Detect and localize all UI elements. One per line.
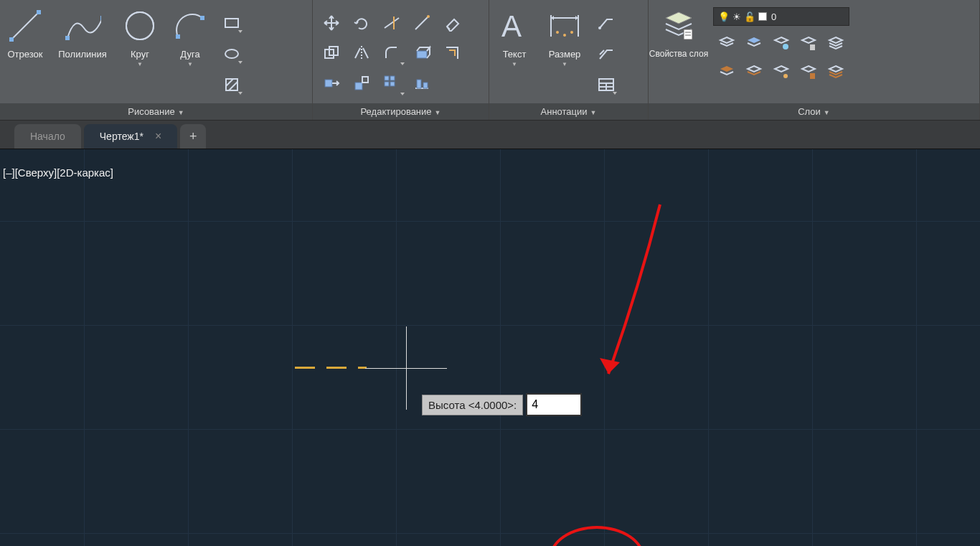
layer-tool-10[interactable] xyxy=(824,59,848,85)
tool-polyline-label: Полилиния xyxy=(58,49,106,60)
svg-point-45 xyxy=(783,44,788,50)
tool-scale[interactable] xyxy=(347,69,376,98)
tool-hatch[interactable] xyxy=(220,72,244,97)
svg-rect-22 xyxy=(355,83,362,90)
layers-icon xyxy=(660,7,697,44)
layer-current-name: 0 xyxy=(771,11,776,22)
svg-rect-29 xyxy=(423,83,428,88)
svg-point-6 xyxy=(126,12,154,39)
tab-bar: Начало Чертеж1* × + xyxy=(0,121,980,149)
tool-stretch[interactable] xyxy=(317,69,346,98)
dash-segment xyxy=(326,367,347,369)
svg-line-14 xyxy=(385,18,399,28)
svg-point-34 xyxy=(556,31,559,34)
svg-rect-48 xyxy=(810,73,815,79)
bulb-icon: 💡 xyxy=(718,11,730,22)
tool-line[interactable]: Отрезок xyxy=(0,4,50,103)
tool-table[interactable] xyxy=(594,72,618,97)
svg-rect-46 xyxy=(810,44,815,50)
tool-rectangle[interactable] xyxy=(220,11,244,35)
tool-offset[interactable] xyxy=(438,39,466,67)
tool-layer-props[interactable]: Свойства слоя xyxy=(649,4,709,103)
tab-drawing1[interactable]: Чертеж1* × xyxy=(84,124,177,149)
tool-rotate[interactable] xyxy=(347,9,376,37)
line-icon xyxy=(6,7,44,44)
panel-edit: Редактирование▼ xyxy=(313,0,489,120)
panel-draw-title[interactable]: Рисование▼ xyxy=(0,103,312,120)
layers-right: 💡 ☀ 🔓 0 xyxy=(709,4,854,103)
layer-tool-3[interactable] xyxy=(769,30,793,56)
svg-line-16 xyxy=(415,17,428,29)
svg-rect-3 xyxy=(65,36,70,40)
svg-point-10 xyxy=(225,50,238,58)
layer-tool-6[interactable] xyxy=(715,59,739,85)
layer-dropdown[interactable]: 💡 ☀ 🔓 0 xyxy=(713,7,849,26)
layer-tool-2[interactable] xyxy=(742,30,766,56)
viewport-status[interactable]: [–][Сверху][2D-каркас] xyxy=(3,166,113,179)
tab-new[interactable]: + xyxy=(180,124,206,149)
svg-rect-42 xyxy=(684,29,692,39)
close-icon[interactable]: × xyxy=(155,130,161,143)
dash-segment xyxy=(295,367,315,369)
chevron-down-icon: ▼ xyxy=(137,61,143,67)
svg-rect-2 xyxy=(37,10,41,14)
svg-rect-1 xyxy=(9,37,14,42)
layer-tool-7[interactable] xyxy=(742,59,766,85)
panel-edit-title[interactable]: Редактирование▼ xyxy=(313,103,489,120)
tool-ellipse[interactable] xyxy=(220,42,244,66)
svg-rect-9 xyxy=(225,19,238,27)
tool-fillet[interactable] xyxy=(377,39,406,67)
circle-icon xyxy=(121,7,159,44)
svg-point-35 xyxy=(563,34,566,37)
tab-home[interactable]: Начало xyxy=(14,124,81,149)
tool-text[interactable]: A Текст ▼ xyxy=(489,4,540,103)
ribbon: Отрезок Полилиния Круг ▼ Дуга ▼ Ри xyxy=(0,0,980,121)
layer-tool-1[interactable] xyxy=(715,30,739,56)
layer-tool-8[interactable] xyxy=(769,59,793,85)
tool-mirror[interactable] xyxy=(347,39,376,67)
tool-align[interactable] xyxy=(407,69,436,98)
svg-line-12 xyxy=(226,79,233,86)
unlock-icon: 🔓 xyxy=(744,11,755,22)
panel-annot-title[interactable]: Аннотации▼ xyxy=(489,103,648,120)
tool-array[interactable] xyxy=(377,69,406,98)
tool-extend[interactable] xyxy=(407,9,436,37)
svg-line-0 xyxy=(11,12,39,39)
dash-segment xyxy=(358,367,367,369)
layer-tool-5[interactable] xyxy=(824,30,848,56)
panel-layers-title[interactable]: Слои▼ xyxy=(649,103,979,120)
drawing-canvas[interactable]: [–][Сверху][2D-каркас] Высота <4.0000>: xyxy=(0,149,980,546)
tool-leader-multi[interactable] xyxy=(594,42,618,66)
svg-rect-4 xyxy=(100,16,101,20)
tool-explode[interactable] xyxy=(407,39,436,67)
tool-erase[interactable] xyxy=(438,9,466,37)
tool-circle[interactable]: Круг ▼ xyxy=(115,4,165,103)
panel-draw: Отрезок Полилиния Круг ▼ Дуга ▼ Ри xyxy=(0,0,313,120)
tool-text-label: Текст xyxy=(503,49,527,60)
tool-leader[interactable] xyxy=(594,11,618,35)
tool-circle-label: Круг xyxy=(131,49,149,60)
tool-dimension-label: Размер xyxy=(549,49,581,60)
dynamic-input-prompt: Высота <4.0000>: xyxy=(422,393,582,416)
tool-layer-props-label: Свойства слоя xyxy=(649,49,708,59)
svg-rect-20 xyxy=(417,51,427,58)
tool-arc-label: Дуга xyxy=(180,49,199,60)
layer-tool-4[interactable] xyxy=(796,30,821,56)
polyline-icon xyxy=(64,7,101,44)
tool-copy[interactable] xyxy=(317,39,346,67)
arc-icon xyxy=(171,7,209,44)
svg-rect-27 xyxy=(390,82,395,86)
svg-text:A: A xyxy=(501,9,522,43)
prompt-input[interactable] xyxy=(526,393,582,416)
svg-point-47 xyxy=(783,74,788,78)
dimension-icon xyxy=(546,7,583,44)
tool-move[interactable] xyxy=(317,9,346,37)
tool-dimension[interactable]: Размер ▼ xyxy=(540,4,590,103)
tool-arc[interactable]: Дуга ▼ xyxy=(165,4,215,103)
tool-trim[interactable] xyxy=(377,9,406,37)
tool-line-label: Отрезок xyxy=(8,49,43,60)
panel-annot: A Текст ▼ Размер ▼ Аннотации▼ xyxy=(489,0,649,120)
layer-tool-9[interactable] xyxy=(796,59,821,85)
tool-polyline[interactable]: Полилиния xyxy=(50,4,115,103)
svg-rect-7 xyxy=(176,34,180,39)
